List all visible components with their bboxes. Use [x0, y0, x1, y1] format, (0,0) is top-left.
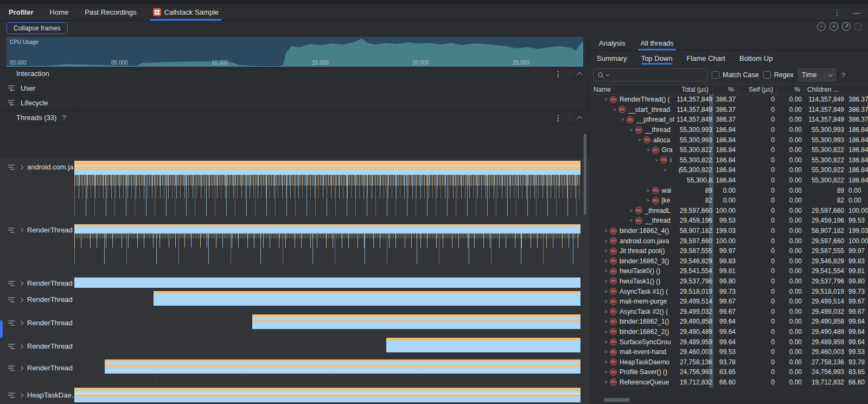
tree-twisty-icon[interactable]: >: [602, 369, 610, 375]
tree-twisty-icon[interactable]: >: [637, 136, 642, 144]
thread-row-label[interactable]: android.com.ja...: [0, 163, 74, 171]
tree-twisty-icon[interactable]: >: [602, 339, 610, 345]
search-input[interactable]: [593, 68, 707, 81]
thread-track-heaptask[interactable]: [105, 359, 580, 374]
collapse-frames-button[interactable]: Collapse frames: [7, 22, 68, 34]
table-row[interactable]: > m AsyncTask #2() ( 29,499,032 99.67 0 …: [589, 306, 868, 317]
threads-section-header[interactable]: Threads (33) ? ⋮: [0, 111, 589, 124]
tree-twisty-icon[interactable]: >: [602, 268, 610, 274]
thread-row-label[interactable]: RenderThread: [0, 279, 74, 287]
threads-collapse-icon[interactable]: [577, 116, 583, 121]
timeline-vertical-scrollbar[interactable]: [584, 134, 586, 215]
tree-twisty-icon[interactable]: >: [628, 218, 635, 223]
interaction-collapse-icon[interactable]: [577, 72, 583, 77]
menu-past-recordings[interactable]: Past Recordings: [85, 4, 136, 21]
table-row[interactable]: > m SurfaceSyncGrou 29,489,959 99.64 0 0…: [589, 337, 868, 347]
table-row[interactable]: > m [ke 82 0.00 0 0.00 82 0.00: [589, 195, 868, 206]
table-row[interactable]: m 55,300,822 186.84 0 0.00 55,300,822 18…: [589, 175, 868, 186]
tab-analysis[interactable]: Analysis: [599, 36, 625, 50]
threads-kebab-icon[interactable]: ⋮: [554, 113, 562, 122]
thread-row-label[interactable]: HeapTaskDae...: [0, 391, 74, 399]
tree-twisty-icon[interactable]: >: [602, 279, 610, 284]
table-row[interactable]: > m _threadL 29,597,660 100.00 0 0.00 29…: [589, 206, 868, 216]
zoom-in-icon[interactable]: +: [829, 22, 838, 31]
tree-twisty-icon[interactable]: >: [602, 319, 610, 324]
interaction-row-user[interactable]: User: [0, 81, 589, 96]
subtab-top-down[interactable]: Top Down: [641, 50, 673, 66]
table-row[interactable]: > m mali-event-hand 29,460,003 99.53 0 0…: [589, 347, 868, 357]
thread-row-label[interactable]: RenderThread: [0, 364, 74, 372]
tree-twisty-icon[interactable]: >: [602, 380, 610, 385]
table-row[interactable]: > m mali-mem-purge 29,499,514 99.67 0 0.…: [589, 296, 868, 307]
interaction-section-header[interactable]: Interaction ⋮: [0, 67, 589, 80]
table-row[interactable]: > m binder:16862_2() 29,490,489 99.64 0 …: [589, 327, 868, 337]
reset-zoom-icon[interactable]: ↗: [842, 22, 851, 31]
tree-twisty-icon[interactable]: >: [654, 156, 659, 164]
thread-track-renderthread-1[interactable]: [74, 224, 580, 265]
tree-twisty-icon[interactable]: >: [603, 96, 609, 103]
thread-track-renderthread-3[interactable]: [154, 291, 580, 306]
table-row[interactable]: > m Jit thread pool() 29,587,555 99.97 0…: [589, 246, 868, 256]
subtab-flame-chart[interactable]: Flame Chart: [686, 50, 725, 66]
table-row[interactable]: > m ReferenceQueue 19,712,832 66.60 0 0.…: [589, 377, 868, 388]
menu-home[interactable]: Home: [50, 4, 69, 21]
interaction-kebab-icon[interactable]: ⋮: [554, 70, 562, 78]
column-header-pct2[interactable]: %: [777, 85, 804, 94]
tree-twisty-icon[interactable]: >: [602, 309, 610, 314]
cpu-usage-chart[interactable]: CPU Usage 00.000 05.000 10.000 15.000 20…: [7, 37, 583, 67]
tree-twisty-icon[interactable]: >: [602, 359, 610, 365]
table-row[interactable]: > m binder:16862_3() 29,546,829 99.83 0 …: [589, 256, 868, 267]
tree-twisty-icon[interactable]: >: [602, 329, 610, 334]
table-row[interactable]: > m AsyncTask #1() ( 29,518,019 99.73 0 …: [589, 286, 868, 296]
tree-twisty-icon[interactable]: >: [602, 228, 610, 233]
thread-track-renderthread-5[interactable]: [386, 338, 580, 352]
tab-all-threads[interactable]: All threads: [640, 36, 673, 50]
interaction-row-lifecycle[interactable]: Lifecycle: [0, 96, 589, 110]
subtab-summary[interactable]: Summary: [597, 50, 627, 66]
table-row[interactable]: > m __thread 29,459,196 99.53 0 0.00 29,…: [589, 216, 868, 226]
tree-twisty-icon[interactable]: >: [646, 146, 651, 154]
column-header-name[interactable]: NameTotal (µs): [589, 85, 713, 94]
regex-checkbox[interactable]: Regex: [763, 71, 794, 79]
table-row[interactable]: > m alloca 55,300,993 186.84 0 0.00 55,3…: [589, 135, 868, 145]
tree-twisty-icon[interactable]: >: [644, 188, 652, 193]
tree-twisty-icon[interactable]: >: [629, 126, 634, 134]
zoom-out-icon[interactable]: −: [817, 22, 826, 31]
table-row[interactable]: > m ( 55,300,822 186.84 0 0.00 55,300,82…: [589, 165, 868, 175]
table-row[interactable]: > m Gra 55,300,822 186.84 0 0.00 55,300,…: [589, 145, 868, 155]
thread-row-label[interactable]: RenderThread: [0, 226, 74, 234]
threads-help-icon[interactable]: ?: [62, 113, 66, 122]
tree-twisty-icon[interactable]: >: [602, 299, 610, 304]
match-case-checkbox[interactable]: Match Case: [712, 71, 759, 79]
table-row[interactable]: > m wai 89 0.00 0 0.00 89 0.00: [589, 185, 868, 195]
tree-twisty-icon[interactable]: >: [602, 248, 610, 254]
column-header-pct1[interactable]: %: [713, 85, 738, 94]
table-row[interactable]: > m i 55,300,822 186.84 0 0.00 55,300,82…: [589, 155, 868, 166]
table-row[interactable]: > m hwuiTask0() () 29,541,554 99.81 0 0.…: [589, 266, 868, 276]
thread-row-label[interactable]: RenderThread: [0, 319, 74, 327]
tree-twisty-icon[interactable]: >: [612, 106, 617, 113]
column-header-children[interactable]: Children ...: [804, 85, 846, 94]
tree-twisty-icon[interactable]: >: [602, 349, 610, 355]
table-row[interactable]: > m Profile Saver() () 24,756,993 83.65 …: [589, 367, 868, 377]
table-row[interactable]: > m hwuiTask1() () 29,537,796 99.80 0 0.…: [589, 276, 868, 287]
table-row[interactable]: > m HeapTaskDaemo 27,758,136 93.78 0 0.0…: [589, 357, 868, 367]
table-row[interactable]: > m RenderThread() ( 114,357,849 386.37 …: [589, 94, 868, 105]
thread-track-asynctask1[interactable]: [74, 388, 580, 402]
tree-twisty-icon[interactable]: >: [620, 116, 626, 123]
column-header-self[interactable]: Self (µs): [738, 85, 777, 94]
thread-row-label[interactable]: RenderThread: [0, 342, 74, 350]
thread-row-label[interactable]: RenderThread: [0, 295, 74, 304]
thread-track-android[interactable]: [74, 161, 580, 217]
menu-profiler[interactable]: Profiler: [9, 4, 34, 21]
tree-twisty-icon[interactable]: >: [628, 208, 635, 213]
table-row[interactable]: > m __start_thread 114,357,849 386.37 0 …: [589, 105, 868, 115]
tree-twisty-icon[interactable]: >: [662, 166, 668, 174]
help-icon[interactable]: ?: [841, 71, 845, 79]
table-row[interactable]: > m __pthread_st 114,357,849 386.37 0 0.…: [589, 115, 868, 125]
table-row[interactable]: > m binder:16862_1() 29,490,858 99.64 0 …: [589, 317, 868, 327]
table-row[interactable]: > m __thread 55,300,993 186.84 0 0.00 55…: [589, 125, 868, 135]
tree-twisty-icon[interactable]: >: [602, 258, 610, 264]
time-dropdown[interactable]: Time: [798, 68, 836, 81]
table-row[interactable]: > m binder:16862_4() 58,907,182 199.03 0…: [589, 226, 868, 236]
